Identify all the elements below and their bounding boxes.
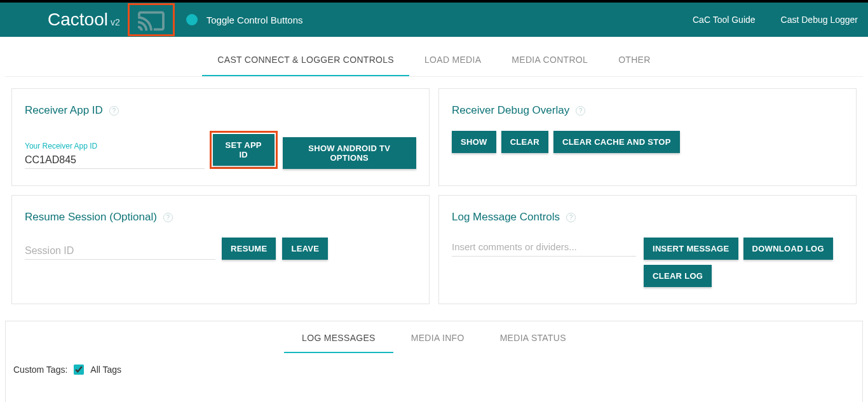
app-header: Cactool v2 Toggle Control Buttons CaC To… — [0, 3, 868, 37]
help-icon[interactable]: ? — [109, 106, 119, 116]
help-icon[interactable]: ? — [576, 106, 585, 116]
panels-grid: Receiver App ID ? Your Receiver App ID S… — [5, 77, 863, 311]
receiver-app-id-card: Receiver App ID ? Your Receiver App ID S… — [11, 88, 430, 186]
custom-tags-row: Custom Tags: All Tags — [6, 353, 862, 386]
receiver-app-id-title: Receiver App ID ? — [25, 104, 416, 117]
tab-cast-connect[interactable]: CAST CONNECT & LOGGER CONTROLS — [202, 55, 409, 76]
set-app-id-highlight: SET APP ID — [210, 131, 278, 169]
log-messages-panel: LOG MESSAGES MEDIA INFO MEDIA STATUS Cus… — [5, 321, 863, 402]
custom-tags-label: Custom Tags: — [13, 365, 67, 375]
app-title: Cactool v2 — [0, 10, 120, 30]
session-id-input[interactable] — [25, 243, 215, 260]
tab-media-status[interactable]: MEDIA STATUS — [482, 333, 584, 353]
resume-session-title-text: Resume Session (Optional) — [25, 211, 157, 224]
app-name: Cactool — [48, 10, 108, 30]
show-android-tv-button[interactable]: SHOW ANDROID TV OPTIONS — [283, 137, 416, 169]
tab-media-info[interactable]: MEDIA INFO — [393, 333, 482, 353]
receiver-debug-overlay-card: Receiver Debug Overlay ? SHOW CLEAR CLEA… — [438, 88, 857, 186]
receiver-app-id-title-text: Receiver App ID — [25, 104, 103, 117]
tab-other[interactable]: OTHER — [603, 55, 666, 76]
log-message-controls-title: Log Message Controls ? — [452, 211, 843, 224]
cast-icon-highlight — [128, 3, 175, 36]
receiver-app-id-label: Your Receiver App ID — [25, 142, 205, 151]
cac-tool-guide-link[interactable]: CaC Tool Guide — [693, 15, 756, 25]
help-icon[interactable]: ? — [566, 213, 576, 222]
resume-button[interactable]: RESUME — [222, 238, 276, 260]
debug-clear-cache-button[interactable]: CLEAR CACHE AND STOP — [553, 131, 680, 153]
tab-log-messages[interactable]: LOG MESSAGES — [284, 333, 393, 353]
insert-message-button[interactable]: INSERT MESSAGE — [644, 238, 738, 260]
all-tags-label: All Tags — [90, 365, 121, 375]
receiver-app-id-input[interactable] — [25, 152, 205, 169]
receiver-debug-overlay-title-text: Receiver Debug Overlay — [452, 104, 569, 117]
resume-session-title: Resume Session (Optional) ? — [25, 211, 416, 224]
app-version: v2 — [111, 17, 120, 27]
download-log-button[interactable]: DOWNLOAD LOG — [743, 238, 833, 260]
bottom-tabs: LOG MESSAGES MEDIA INFO MEDIA STATUS — [6, 321, 862, 353]
cast-icon[interactable] — [136, 9, 166, 33]
log-message-controls-title-text: Log Message Controls — [452, 211, 560, 224]
tab-load-media[interactable]: LOAD MEDIA — [409, 55, 496, 76]
receiver-app-id-input-group: Your Receiver App ID — [25, 142, 205, 169]
toggle-label: Toggle Control Buttons — [207, 15, 303, 25]
tab-media-control[interactable]: MEDIA CONTROL — [496, 55, 603, 76]
toggle-control-buttons[interactable]: Toggle Control Buttons — [186, 14, 303, 25]
help-icon[interactable]: ? — [163, 213, 173, 222]
main-page: CAST CONNECT & LOGGER CONTROLS LOAD MEDI… — [0, 37, 868, 316]
toggle-switch-icon[interactable] — [186, 14, 198, 25]
main-tabs: CAST CONNECT & LOGGER CONTROLS LOAD MEDI… — [5, 42, 863, 77]
log-comment-input[interactable] — [452, 238, 636, 257]
resume-session-card: Resume Session (Optional) ? RESUME LEAVE — [11, 195, 430, 304]
leave-button[interactable]: LEAVE — [282, 238, 328, 260]
log-message-controls-card: Log Message Controls ? INSERT MESSAGE DO… — [438, 195, 857, 304]
receiver-debug-overlay-title: Receiver Debug Overlay ? — [452, 104, 843, 117]
all-tags-checkbox[interactable] — [74, 365, 84, 375]
cast-debug-logger-link[interactable]: Cast Debug Logger — [781, 15, 858, 25]
debug-show-button[interactable]: SHOW — [452, 131, 496, 153]
clear-log-button[interactable]: CLEAR LOG — [644, 265, 712, 287]
debug-clear-button[interactable]: CLEAR — [501, 131, 548, 153]
set-app-id-button[interactable]: SET APP ID — [213, 134, 275, 166]
